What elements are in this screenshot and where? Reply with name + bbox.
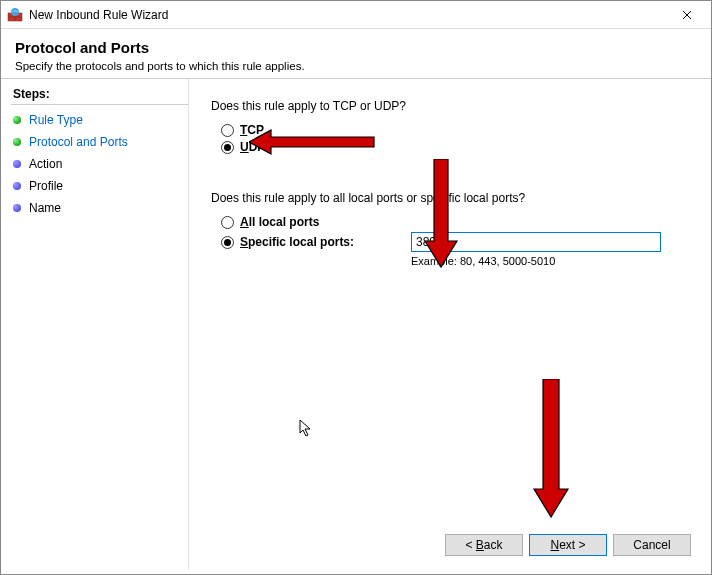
step-bullet-icon — [13, 138, 21, 146]
close-button[interactable] — [667, 2, 707, 28]
step-bullet-icon — [13, 116, 21, 124]
next-button[interactable]: Next > — [529, 534, 607, 556]
wizard-window: New Inbound Rule Wizard Protocol and Por… — [0, 0, 712, 575]
page-title: Protocol and Ports — [15, 39, 697, 56]
step-rule-type[interactable]: Rule Type — [11, 109, 188, 131]
step-label: Name — [29, 201, 61, 215]
protocol-question: Does this rule apply to TCP or UDP? — [211, 99, 687, 113]
radio-all-ports-label: All local ports — [240, 215, 319, 229]
titlebar: New Inbound Rule Wizard — [1, 1, 711, 29]
step-profile[interactable]: Profile — [11, 175, 188, 197]
back-button[interactable]: < Back — [445, 534, 523, 556]
ports-question: Does this rule apply to all local ports … — [211, 191, 687, 205]
wizard-header: Protocol and Ports Specify the protocols… — [1, 29, 711, 79]
step-bullet-icon — [13, 204, 21, 212]
radio-tcp[interactable] — [221, 124, 234, 137]
step-action[interactable]: Action — [11, 153, 188, 175]
radio-udp-row[interactable]: UDP — [221, 140, 687, 154]
cursor-icon — [299, 419, 315, 439]
radio-udp[interactable] — [221, 141, 234, 154]
radio-all-ports-row[interactable]: All local ports — [221, 215, 687, 229]
firewall-icon — [7, 7, 23, 23]
annotation-arrow-next — [529, 379, 573, 519]
ports-example: Example: 80, 443, 5000-5010 — [411, 255, 687, 267]
radio-udp-label: UDP — [240, 140, 265, 154]
step-label: Protocol and Ports — [29, 135, 128, 149]
step-bullet-icon — [13, 182, 21, 190]
step-name[interactable]: Name — [11, 197, 188, 219]
radio-tcp-row[interactable]: TCP — [221, 123, 687, 137]
step-protocol-and-ports[interactable]: Protocol and Ports — [11, 131, 188, 153]
step-label: Profile — [29, 179, 63, 193]
steps-sidebar: Steps: Rule Type Protocol and Ports Acti… — [1, 79, 189, 570]
page-subtitle: Specify the protocols and ports to which… — [15, 60, 697, 72]
svg-marker-9 — [534, 379, 568, 517]
radio-specific-ports-row[interactable]: Specific local ports: — [221, 235, 401, 249]
wizard-buttons: < Back Next > Cancel — [445, 534, 691, 556]
step-label: Action — [29, 157, 62, 171]
specific-ports-input[interactable] — [411, 232, 661, 252]
radio-tcp-label: TCP — [240, 123, 264, 137]
radio-all-ports[interactable] — [221, 216, 234, 229]
radio-specific-ports-label: Specific local ports: — [240, 235, 354, 249]
wizard-body: Steps: Rule Type Protocol and Ports Acti… — [1, 79, 711, 570]
step-bullet-icon — [13, 160, 21, 168]
window-title: New Inbound Rule Wizard — [29, 8, 667, 22]
step-label: Rule Type — [29, 113, 83, 127]
steps-heading: Steps: — [11, 87, 188, 105]
radio-specific-ports[interactable] — [221, 236, 234, 249]
wizard-content: Does this rule apply to TCP or UDP? TCP … — [189, 79, 711, 570]
cancel-button[interactable]: Cancel — [613, 534, 691, 556]
